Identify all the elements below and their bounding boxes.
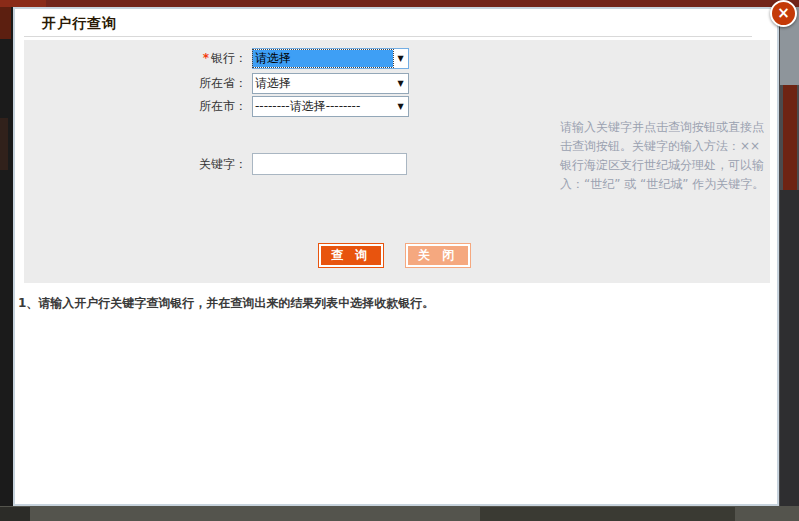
bank-label: *银行： [104, 48, 247, 69]
bank-select-value: 请选择 [253, 50, 393, 67]
dropdown-arrow-icon: ▼ [393, 102, 408, 111]
dropdown-arrow-icon: ▼ [393, 79, 408, 88]
close-x-glyph: × [777, 6, 790, 21]
bank-select[interactable]: 请选择 ▼ [252, 48, 409, 69]
keyword-input[interactable] [252, 153, 407, 175]
bank-branch-query-dialog: 开户行查询 *银行： 请选择 ▼ 所在省： 请选择 ▼ 所在市： -------… [13, 7, 779, 506]
footer-note: 1、请输入开户行关键字查询银行，并在查询出来的结果列表中选择收款银行。 [18, 295, 434, 312]
required-asterisk: * [203, 51, 209, 65]
keyword-label: 关键字： [104, 153, 247, 175]
backdrop-right-red-patch [783, 85, 797, 190]
province-select[interactable]: 请选择 ▼ [252, 73, 409, 94]
backdrop-top-strip [0, 0, 799, 7]
backdrop-right-dark [780, 190, 799, 521]
close-icon[interactable]: × [770, 0, 797, 27]
help-text: 请输入关键字并点击查询按钮或直接点击查询按钮。关键字的输入方法：××银行海淀区支… [560, 118, 768, 194]
city-select-value: --------请选择-------- [253, 98, 393, 115]
province-label-text: 所在省： [199, 76, 247, 90]
backdrop-left-column [0, 7, 14, 521]
bank-label-text: 银行： [211, 51, 247, 65]
title-divider [24, 36, 752, 37]
city-label: 所在市： [104, 96, 247, 117]
button-row: 查 询 关 闭 [318, 243, 471, 268]
dropdown-arrow-icon: ▼ [393, 54, 408, 63]
keyword-label-text: 关键字： [199, 157, 247, 171]
close-button[interactable]: 关 闭 [405, 243, 471, 268]
backdrop-left-faint-patch [0, 118, 8, 170]
province-select-value: 请选择 [253, 75, 393, 92]
backdrop-left-red-patch [0, 7, 11, 39]
province-label: 所在省： [104, 73, 247, 94]
dialog-title: 开户行查询 [42, 15, 117, 33]
backdrop-bottom-dark-block [480, 507, 735, 521]
page-background: 开户行查询 *银行： 请选择 ▼ 所在省： 请选择 ▼ 所在市： -------… [0, 0, 799, 521]
city-label-text: 所在市： [199, 99, 247, 113]
backdrop-top-left-patch [0, 0, 46, 7]
backdrop-bottom-corner [0, 507, 30, 521]
city-select[interactable]: --------请选择-------- ▼ [252, 96, 409, 117]
form-panel: *银行： 请选择 ▼ 所在省： 请选择 ▼ 所在市： --------请选择--… [24, 40, 770, 283]
query-button[interactable]: 查 询 [318, 243, 384, 268]
